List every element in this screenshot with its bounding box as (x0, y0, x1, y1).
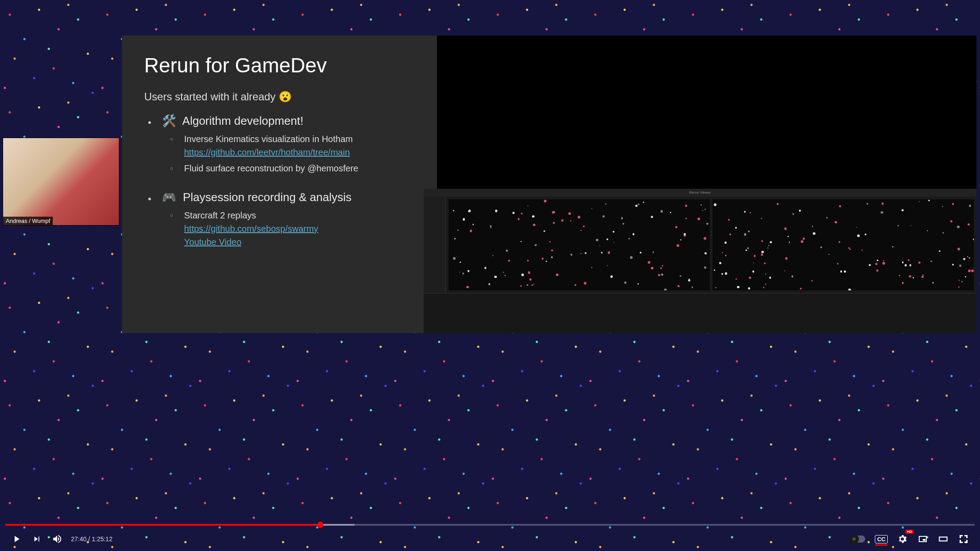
duration: 1:25:12 (92, 535, 113, 543)
play-button[interactable] (6, 529, 27, 549)
theater-mode-button[interactable] (933, 529, 953, 549)
hd-badge: HD (905, 530, 913, 534)
slide-bullet: 🎮 Playsession recording & analysis Starc… (144, 190, 424, 249)
rerun-viewer-screenshot: Rerun Viewer (424, 189, 976, 333)
next-button[interactable] (27, 529, 47, 549)
subtitles-button[interactable]: CC (875, 535, 888, 543)
fullscreen-button[interactable] (953, 529, 974, 549)
slide-right-panel: Rerun Viewer (437, 36, 976, 333)
presenter-webcam: Andreas / Wumpf (3, 138, 119, 226)
slide-subtitle: Users started with it already 😮 (144, 91, 424, 103)
slide-sub-bullet: Starcraft 2 replays https://github.com/s… (162, 209, 424, 249)
bullet-heading: Algorithm development! (182, 114, 303, 127)
slide-link[interactable]: Youtube Video (184, 237, 241, 247)
rerun-view-left (449, 199, 710, 290)
miniplayer-button[interactable] (913, 529, 933, 549)
rerun-view-right (712, 199, 974, 290)
seek-bar[interactable] (5, 524, 975, 526)
presenter-name-label: Andreas / Wumpf (3, 217, 53, 225)
player-controls: 27:40 / 1:25:12 CC HD (0, 527, 980, 551)
presentation-slide: Rerun for GameDev Users started with it … (122, 36, 437, 333)
rerun-sidebar (424, 197, 446, 293)
slide-bullet: 🛠️ Algorithm development! Inverse Kinema… (144, 114, 424, 175)
gamepad-icon: 🎮 (162, 190, 176, 204)
slide-link[interactable]: https://github.com/leetvr/hotham/tree/ma… (184, 147, 350, 157)
volume-button[interactable] (47, 529, 67, 549)
settings-button[interactable]: HD (892, 529, 913, 549)
rerun-title: Rerun Viewer (424, 189, 976, 197)
slide-sub-bullet: Fluid surface reconstruction by @hemosfe… (162, 162, 424, 175)
autoplay-toggle[interactable] (849, 535, 865, 543)
slide-link[interactable]: https://github.com/sebosp/swarmy (184, 224, 318, 234)
bullet-heading: Playsession recording & analysis (183, 190, 351, 204)
seek-played (5, 524, 320, 526)
tools-icon: 🛠️ (162, 114, 176, 127)
pause-icon (849, 534, 859, 544)
slide-sub-bullet: Inverse Kinematics visualization in Hoth… (162, 132, 424, 159)
time-display: 27:40 / 1:25:12 (71, 535, 112, 543)
slide-title: Rerun for GameDev (144, 53, 424, 77)
rerun-timeline (424, 293, 976, 333)
current-time: 27:40 (71, 535, 87, 543)
video-player: Andreas / Wumpf Rerun for GameDev Users … (0, 0, 980, 551)
